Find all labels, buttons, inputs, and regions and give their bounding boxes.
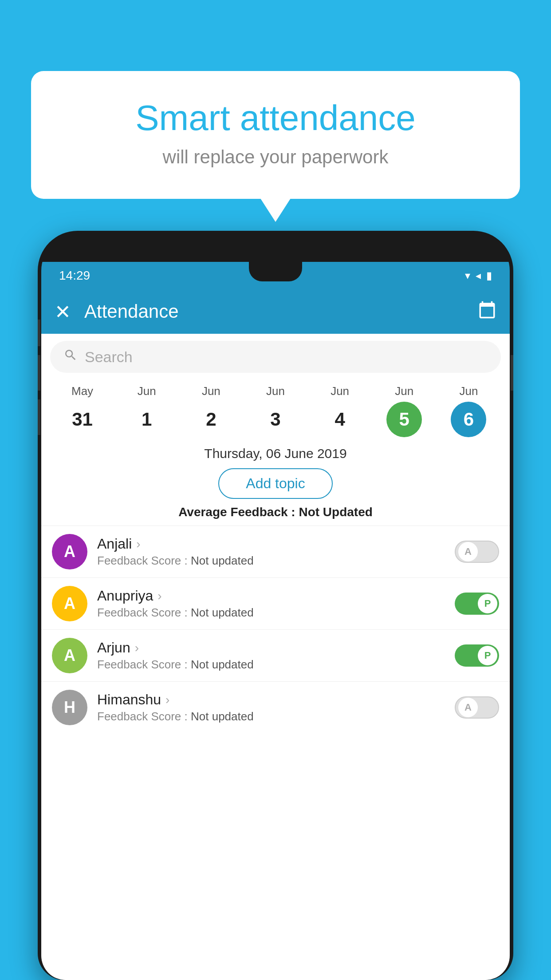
student-avatar: A xyxy=(52,534,87,569)
student-info: Arjun ›Feedback Score : Not updated xyxy=(97,640,445,672)
student-name: Arjun › xyxy=(97,640,445,656)
calendar-month: Jun xyxy=(266,384,285,398)
chevron-icon: › xyxy=(157,589,161,603)
bubble-subtitle: will replace your paperwork xyxy=(67,146,484,168)
speech-bubble-container: Smart attendance will replace your paper… xyxy=(31,71,520,199)
calendar-icon[interactable] xyxy=(478,300,496,323)
toggle-thumb: A xyxy=(458,542,478,561)
status-icons: ▾ ◂ ▮ xyxy=(465,269,492,282)
student-avatar: H xyxy=(52,690,87,725)
student-feedback: Feedback Score : Not updated xyxy=(97,554,445,568)
student-item[interactable]: HHimanshu ›Feedback Score : Not updatedA xyxy=(41,681,510,733)
calendar-date[interactable]: 2 xyxy=(193,402,229,437)
calendar-month: Jun xyxy=(459,384,478,398)
calendar-day[interactable]: Jun3 xyxy=(258,384,293,437)
attendance-toggle[interactable]: A xyxy=(455,696,499,719)
calendar-day[interactable]: Jun5 xyxy=(386,384,422,437)
avg-feedback: Average Feedback : Not Updated xyxy=(41,505,510,526)
add-topic-container: Add topic xyxy=(41,464,510,505)
phone-screen: 14:29 ▾ ◂ ▮ ✕ Attendance xyxy=(41,262,510,980)
calendar-month: Jun xyxy=(202,384,220,398)
signal-icon: ◂ xyxy=(476,269,481,282)
chevron-icon: › xyxy=(165,693,169,707)
student-name: Himanshu › xyxy=(97,692,445,708)
student-info: Anupriya ›Feedback Score : Not updated xyxy=(97,588,445,620)
student-feedback: Feedback Score : Not updated xyxy=(97,658,445,672)
side-button-left-2 xyxy=(38,355,40,391)
status-time: 14:29 xyxy=(59,269,90,283)
calendar-date[interactable]: 31 xyxy=(65,402,100,437)
student-info: Himanshu ›Feedback Score : Not updated xyxy=(97,692,445,723)
calendar-day[interactable]: Jun6 xyxy=(451,384,486,437)
calendar-month: Jun xyxy=(138,384,156,398)
student-name: Anupriya › xyxy=(97,588,445,604)
phone-inner: 14:29 ▾ ◂ ▮ ✕ Attendance xyxy=(41,234,510,980)
notch xyxy=(249,262,302,281)
chevron-icon: › xyxy=(136,537,140,551)
calendar-day[interactable]: Jun2 xyxy=(193,384,229,437)
toggle-thumb: P xyxy=(478,646,497,665)
attendance-toggle[interactable]: P xyxy=(455,644,499,667)
calendar-month: Jun xyxy=(331,384,349,398)
avg-feedback-value: Not Updated xyxy=(299,505,372,519)
student-list: AAnjali ›Feedback Score : Not updatedAAA… xyxy=(41,526,510,980)
student-avatar: A xyxy=(52,586,87,621)
speech-bubble: Smart attendance will replace your paper… xyxy=(31,71,520,199)
student-item[interactable]: AArjun ›Feedback Score : Not updatedP xyxy=(41,629,510,681)
selected-date-label: Thursday, 06 June 2019 xyxy=(41,442,510,464)
calendar-day[interactable]: Jun1 xyxy=(129,384,165,437)
student-name: Anjali › xyxy=(97,536,445,552)
calendar-strip: May31Jun1Jun2Jun3Jun4Jun5Jun6 xyxy=(41,380,510,442)
search-placeholder: Search xyxy=(85,348,133,366)
calendar-day[interactable]: May31 xyxy=(65,384,100,437)
side-button-right xyxy=(511,355,513,391)
add-topic-button[interactable]: Add topic xyxy=(218,468,332,499)
student-info: Anjali ›Feedback Score : Not updated xyxy=(97,536,445,568)
bubble-title: Smart attendance xyxy=(67,98,484,138)
side-button-left-1 xyxy=(38,320,40,346)
student-avatar: A xyxy=(52,638,87,673)
app-bar-title: Attendance xyxy=(84,301,464,322)
search-bar[interactable]: Search xyxy=(50,341,501,373)
student-feedback: Feedback Score : Not updated xyxy=(97,606,445,620)
student-feedback: Feedback Score : Not updated xyxy=(97,710,445,723)
search-icon xyxy=(63,348,78,366)
calendar-day[interactable]: Jun4 xyxy=(322,384,358,437)
phone-frame: 14:29 ▾ ◂ ▮ ✕ Attendance xyxy=(38,231,513,980)
calendar-month: Jun xyxy=(395,384,413,398)
calendar-date[interactable]: 6 xyxy=(451,402,486,437)
calendar-month: May xyxy=(71,384,93,398)
status-bar: 14:29 ▾ ◂ ▮ xyxy=(41,262,510,289)
calendar-date[interactable]: 5 xyxy=(386,402,422,437)
app-bar: ✕ Attendance xyxy=(41,289,510,334)
calendar-date[interactable]: 1 xyxy=(129,402,165,437)
close-button[interactable]: ✕ xyxy=(55,300,71,323)
avg-feedback-label: Average Feedback : xyxy=(178,505,299,519)
toggle-thumb: A xyxy=(458,698,478,717)
battery-icon: ▮ xyxy=(486,269,492,282)
screen-content: Search May31Jun1Jun2Jun3Jun4Jun5Jun6 Thu… xyxy=(41,334,510,980)
side-button-left-3 xyxy=(38,399,40,435)
attendance-toggle[interactable]: A xyxy=(455,541,499,563)
student-item[interactable]: AAnjali ›Feedback Score : Not updatedA xyxy=(41,526,510,577)
attendance-toggle[interactable]: P xyxy=(455,593,499,615)
wifi-icon: ▾ xyxy=(465,269,470,282)
calendar-date[interactable]: 3 xyxy=(258,402,293,437)
chevron-icon: › xyxy=(135,641,139,655)
student-item[interactable]: AAnupriya ›Feedback Score : Not updatedP xyxy=(41,577,510,629)
toggle-thumb: P xyxy=(478,594,497,613)
calendar-date[interactable]: 4 xyxy=(322,402,358,437)
